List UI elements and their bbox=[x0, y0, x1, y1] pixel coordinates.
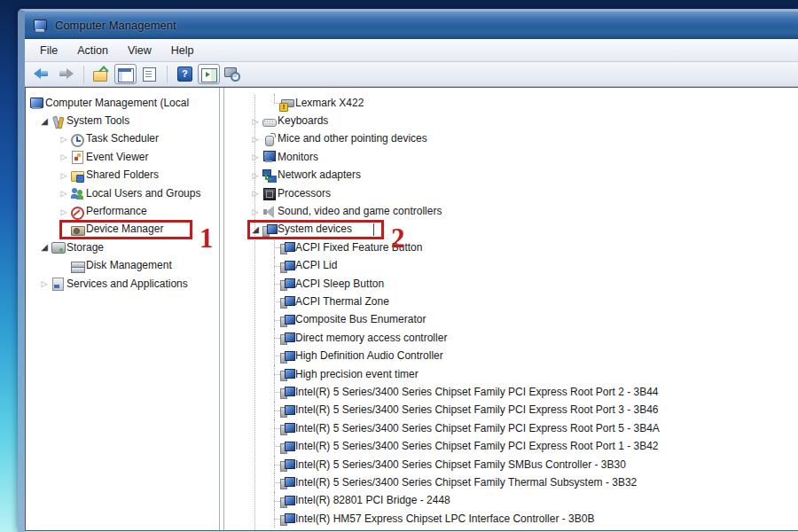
tree-item[interactable]: ◢System Tools bbox=[26, 112, 219, 129]
speaker-icon bbox=[262, 205, 277, 219]
tree-item-label: Intel(R) 5 Series/3400 Series Chipset Fa… bbox=[294, 386, 661, 399]
tree-item-label: Keyboards bbox=[277, 114, 331, 128]
tree-item-label: Intel(R) 5 Series/3400 Series Chipset Fa… bbox=[294, 422, 662, 435]
tree-item-label: Local Users and Groups bbox=[85, 187, 203, 200]
tree-item[interactable]: ▷Keyboards bbox=[224, 112, 798, 129]
export-list-button[interactable] bbox=[138, 64, 160, 84]
tree-item-label: System Tools bbox=[66, 114, 132, 128]
tree-item-label: Intel(R) HM57 Express Chipset LPC Interf… bbox=[294, 512, 597, 526]
tree-item[interactable]: Intel(R) 5 Series/3400 Series Chipset Fa… bbox=[224, 419, 798, 437]
expand-arrow[interactable]: ▷ bbox=[249, 206, 262, 218]
tree-item[interactable]: Lexmark X422 bbox=[224, 94, 798, 112]
expand-arrow[interactable]: ▷ bbox=[58, 187, 70, 200]
tree-item[interactable]: High precision event timer bbox=[224, 365, 798, 383]
tree-item[interactable]: Intel(R) 5 Series/3400 Series Chipset Fa… bbox=[224, 437, 798, 455]
expand-arrow[interactable]: ▷ bbox=[249, 169, 262, 182]
tree-item-label: Intel(R) 5 Series/3400 Series Chipset Fa… bbox=[294, 458, 629, 472]
tree-item[interactable]: ▷Event Viewer bbox=[26, 148, 219, 166]
expand-arrow[interactable]: ▷ bbox=[249, 187, 262, 200]
forward-button[interactable] bbox=[55, 64, 77, 84]
tree-item-label: Composite Bus Enumerator bbox=[294, 313, 428, 326]
tree-item[interactable]: Direct memory access controller bbox=[224, 329, 798, 347]
console-tree-panel: Computer Management (Local◢System Tools▷… bbox=[26, 88, 220, 530]
scan-hardware-changes-button[interactable] bbox=[222, 64, 244, 84]
storage-icon bbox=[51, 240, 66, 254]
computer-management-window: Computer Management FileActionViewHelp C… bbox=[18, 9, 798, 532]
expand-arrow[interactable]: ▷ bbox=[58, 133, 70, 145]
expand-arrow[interactable]: ▷ bbox=[38, 278, 51, 290]
tree-item[interactable]: Intel(R) 5 Series/3400 Series Chipset Fa… bbox=[224, 456, 798, 473]
tree-item-label: ACPI Sleep Button bbox=[294, 278, 387, 291]
tree-item[interactable]: ACPI Lid bbox=[224, 257, 798, 275]
mouse-icon bbox=[262, 132, 277, 146]
up-one-level-button[interactable] bbox=[90, 64, 113, 84]
keyboard-icon bbox=[262, 114, 277, 129]
help-button[interactable] bbox=[174, 64, 196, 84]
tree-item[interactable]: ◢Storage bbox=[26, 239, 219, 256]
tree-item[interactable]: ▷Shared Folders bbox=[26, 167, 219, 184]
menu-item-file[interactable]: File bbox=[30, 41, 67, 60]
tree-item[interactable]: Computer Management (Local bbox=[26, 94, 219, 112]
tree-item[interactable]: ACPI Fixed Feature Button bbox=[224, 239, 798, 256]
tree-item[interactable]: ACPI Thermal Zone bbox=[224, 293, 798, 310]
tree-item-label: Lexmark X422 bbox=[294, 97, 366, 110]
expand-arrow[interactable]: ▷ bbox=[58, 169, 70, 182]
clock-icon bbox=[70, 132, 85, 146]
tree-item-label: Intel(R) 5 Series/3400 Series Chipset Fa… bbox=[294, 403, 661, 417]
tree-item[interactable]: High Definition Audio Controller bbox=[224, 347, 798, 364]
expand-arrow[interactable]: ▷ bbox=[58, 151, 70, 163]
tree-item[interactable]: Intel(R) HM57 Express Chipset LPC Interf… bbox=[224, 510, 798, 528]
tree-item[interactable]: ◢System devices2 bbox=[224, 221, 798, 239]
tree-item[interactable]: Intel(R) 5 Series/3400 Series Chipset Fa… bbox=[224, 383, 798, 401]
tree-item-label: High precision event timer bbox=[294, 368, 421, 381]
tree-item[interactable]: Device Manager1 bbox=[26, 221, 219, 239]
system-device-icon bbox=[279, 475, 294, 489]
printer-warning-icon bbox=[279, 96, 294, 110]
system-device-icon bbox=[279, 277, 294, 291]
show-console-tree-button[interactable] bbox=[114, 64, 137, 84]
tree-item[interactable]: ▷Network adapters bbox=[224, 167, 798, 184]
system-device-icon bbox=[279, 313, 294, 327]
performance-icon bbox=[70, 205, 85, 219]
tree-item[interactable]: Intel(R) 5 Series/3400 Series Chipset Fa… bbox=[224, 473, 798, 491]
tree-item[interactable]: ▷Local Users and Groups bbox=[26, 184, 219, 202]
folder-up-icon bbox=[92, 66, 110, 82]
back-button[interactable] bbox=[31, 64, 53, 84]
tree-item[interactable]: ▷Services and Applications bbox=[26, 275, 219, 293]
tree-item[interactable]: ▷Processors bbox=[224, 184, 798, 202]
shared-folder-icon bbox=[70, 168, 85, 183]
system-device-icon bbox=[279, 440, 294, 454]
tree-item[interactable]: Disk Management bbox=[26, 257, 219, 275]
window-title: Computer Management bbox=[55, 19, 176, 32]
expand-arrow[interactable]: ◢ bbox=[38, 241, 51, 254]
menu-item-action[interactable]: Action bbox=[67, 41, 118, 60]
console-content: Computer Management (Local◢System Tools▷… bbox=[25, 87, 798, 531]
title-bar[interactable]: Computer Management bbox=[25, 12, 798, 39]
expand-arrow[interactable]: ▷ bbox=[249, 133, 262, 145]
show-action-pane-button[interactable] bbox=[198, 64, 220, 84]
monitor-icon bbox=[262, 150, 277, 164]
tree-item[interactable]: ▷Monitors bbox=[224, 148, 798, 166]
tree-item[interactable]: ACPI Sleep Button bbox=[224, 275, 798, 293]
tree-item[interactable]: ▷Sound, video and game controllers bbox=[224, 202, 798, 220]
toolbar bbox=[25, 62, 798, 87]
menu-item-help[interactable]: Help bbox=[161, 41, 204, 60]
scan-computer-icon bbox=[223, 66, 241, 82]
expand-arrow[interactable]: ◢ bbox=[38, 115, 51, 128]
annotation-box-2 bbox=[247, 220, 384, 239]
expand-arrow[interactable]: ▷ bbox=[249, 115, 262, 128]
tree-item[interactable]: ▷Task Scheduler bbox=[26, 130, 219, 148]
toolbar-separator bbox=[167, 66, 168, 83]
expand-arrow[interactable]: ▷ bbox=[58, 206, 70, 218]
tree-item[interactable]: Composite Bus Enumerator bbox=[224, 311, 798, 329]
tree-item[interactable]: Intel(R) 5 Series/3400 Series Chipset Fa… bbox=[224, 402, 798, 419]
system-device-icon bbox=[279, 240, 294, 254]
expand-arrow[interactable]: ▷ bbox=[249, 151, 262, 163]
tree-item[interactable]: Intel(R) 82801 PCI Bridge - 2448 bbox=[224, 492, 798, 510]
system-device-icon bbox=[279, 458, 294, 472]
services-icon bbox=[51, 277, 66, 291]
menu-item-view[interactable]: View bbox=[118, 41, 161, 60]
system-device-icon bbox=[279, 259, 294, 273]
tree-item[interactable]: ▷Mice and other pointing devices bbox=[224, 130, 798, 148]
tree-item[interactable]: ▷Performance bbox=[26, 202, 219, 220]
